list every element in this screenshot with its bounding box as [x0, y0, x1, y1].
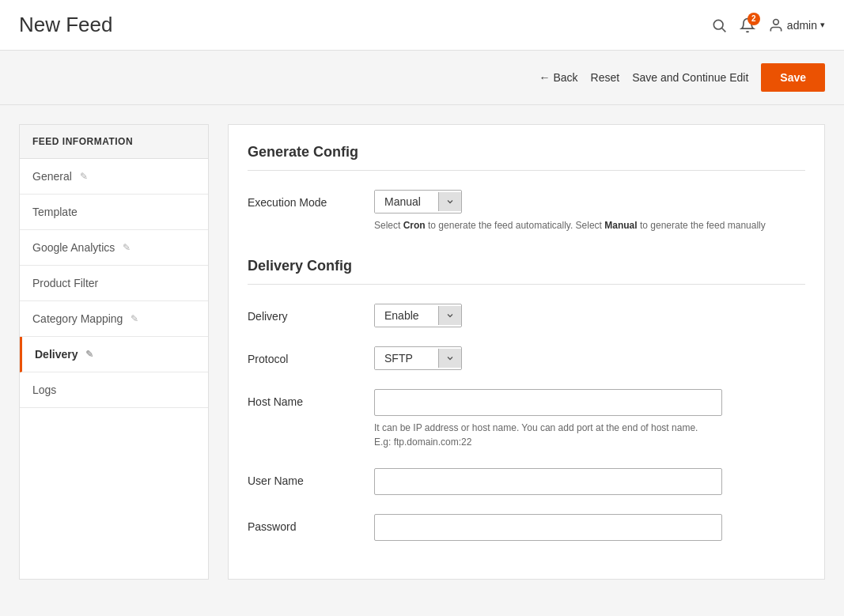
protocol-arrow[interactable]: [438, 349, 461, 368]
edit-icon-category-mapping: ✎: [131, 313, 138, 324]
host-example-text: ftp.domain.com:22: [394, 436, 472, 448]
sidebar-item-delivery[interactable]: Delivery ✎: [20, 337, 208, 372]
page-title: New Feed: [19, 13, 113, 37]
cron-hint-text: Cron: [403, 220, 426, 231]
execution-mode-control: Manual Select Cron to generate the feed …: [374, 190, 805, 232]
sidebar: FEED INFORMATION General ✎ Template Goog…: [19, 124, 209, 580]
delivery-select[interactable]: Enable: [374, 304, 462, 327]
chevron-down-icon-3: [445, 353, 455, 363]
delivery-config-section: Delivery Config Delivery Enable: [248, 258, 805, 541]
admin-label: admin: [787, 19, 817, 32]
user-name-control: [374, 468, 805, 495]
sidebar-item-delivery-label: Delivery: [35, 348, 78, 361]
sidebar-section-title: FEED INFORMATION: [20, 125, 208, 159]
execution-mode-select[interactable]: Manual: [374, 190, 462, 214]
delivery-label: Delivery: [248, 304, 374, 323]
host-name-row: Host Name It can be IP address or host n…: [248, 389, 805, 449]
back-button[interactable]: ← Back: [539, 71, 577, 84]
sidebar-item-product-filter[interactable]: Product Filter: [20, 266, 208, 301]
user-name-input[interactable]: [374, 468, 722, 495]
delivery-config-divider: [248, 284, 805, 285]
save-label: Save: [780, 71, 806, 84]
reset-button[interactable]: Reset: [591, 71, 620, 84]
generate-config-section: Generate Config Execution Mode Manual: [248, 144, 805, 232]
password-input[interactable]: [374, 514, 722, 541]
sidebar-item-google-analytics-label: Google Analytics: [32, 241, 115, 254]
sidebar-item-general-label: General: [32, 170, 72, 183]
sidebar-item-general[interactable]: General ✎: [20, 159, 208, 195]
password-row: Password: [248, 514, 805, 541]
host-name-hint: It can be IP address or host name. You c…: [374, 421, 805, 449]
chevron-down-icon: [445, 197, 455, 206]
edit-icon-delivery: ✎: [85, 349, 93, 360]
sidebar-item-category-mapping[interactable]: Category Mapping ✎: [20, 301, 208, 337]
search-icon: [711, 17, 727, 33]
chevron-down-icon-2: [445, 311, 455, 320]
edit-icon-general: ✎: [80, 171, 88, 182]
main-content: FEED INFORMATION General ✎ Template Goog…: [0, 105, 844, 599]
delivery-value: Enable: [375, 304, 438, 327]
sidebar-item-product-filter-label: Product Filter: [32, 277, 98, 289]
user-name-row: User Name: [248, 468, 805, 495]
notification-badge: 2: [747, 13, 760, 25]
generate-config-divider: [248, 170, 805, 171]
delivery-row: Delivery Enable: [248, 304, 805, 327]
password-label: Password: [248, 514, 374, 533]
protocol-label: Protocol: [248, 346, 374, 365]
back-label: Back: [553, 71, 577, 84]
admin-dropdown-icon: ▾: [820, 20, 825, 30]
sidebar-item-template[interactable]: Template: [20, 195, 208, 230]
host-name-control: It can be IP address or host name. You c…: [374, 389, 805, 449]
host-name-input[interactable]: [374, 389, 722, 416]
content-area: Generate Config Execution Mode Manual: [228, 124, 825, 580]
execution-mode-hint: Select Cron to generate the feed automat…: [374, 218, 805, 232]
protocol-select[interactable]: SFTP: [374, 346, 462, 370]
password-control: [374, 514, 805, 541]
execution-mode-arrow[interactable]: [438, 192, 461, 211]
header-actions: 2 admin ▾: [711, 17, 825, 33]
delivery-control: Enable: [374, 304, 805, 327]
admin-user-menu[interactable]: admin ▾: [768, 17, 825, 33]
save-continue-button[interactable]: Save and Continue Edit: [632, 71, 748, 84]
svg-point-2: [774, 19, 779, 25]
user-name-label: User Name: [248, 468, 374, 487]
host-name-label: Host Name: [248, 389, 374, 408]
manual-hint-text: Manual: [604, 220, 637, 231]
save-button[interactable]: Save: [761, 63, 825, 92]
notification-wrap[interactable]: 2: [740, 17, 755, 33]
generate-config-title: Generate Config: [248, 144, 805, 161]
execution-mode-value: Manual: [375, 191, 438, 213]
protocol-row: Protocol SFTP: [248, 346, 805, 370]
sidebar-item-logs-label: Logs: [32, 384, 56, 396]
protocol-value: SFTP: [375, 347, 438, 369]
sidebar-item-google-analytics[interactable]: Google Analytics ✎: [20, 230, 208, 266]
sidebar-item-category-mapping-label: Category Mapping: [32, 312, 123, 325]
execution-mode-label: Execution Mode: [248, 190, 374, 209]
sidebar-item-logs[interactable]: Logs: [20, 372, 208, 408]
execution-mode-row: Execution Mode Manual Select Cron to gen…: [248, 190, 805, 232]
reset-label: Reset: [591, 71, 620, 84]
svg-line-1: [722, 28, 726, 32]
save-continue-label: Save and Continue Edit: [632, 71, 748, 84]
edit-icon-google-analytics: ✎: [123, 242, 131, 253]
toolbar: ← Back Reset Save and Continue Edit Save: [0, 51, 844, 105]
back-arrow-icon: ←: [539, 71, 550, 84]
user-icon: [768, 17, 784, 33]
search-button[interactable]: [711, 17, 727, 33]
delivery-config-title: Delivery Config: [248, 258, 805, 274]
sidebar-item-template-label: Template: [32, 206, 78, 218]
protocol-control: SFTP: [374, 346, 805, 370]
svg-point-0: [713, 20, 723, 29]
delivery-arrow[interactable]: [438, 306, 461, 325]
page-header: New Feed 2 admin ▾: [0, 0, 844, 51]
